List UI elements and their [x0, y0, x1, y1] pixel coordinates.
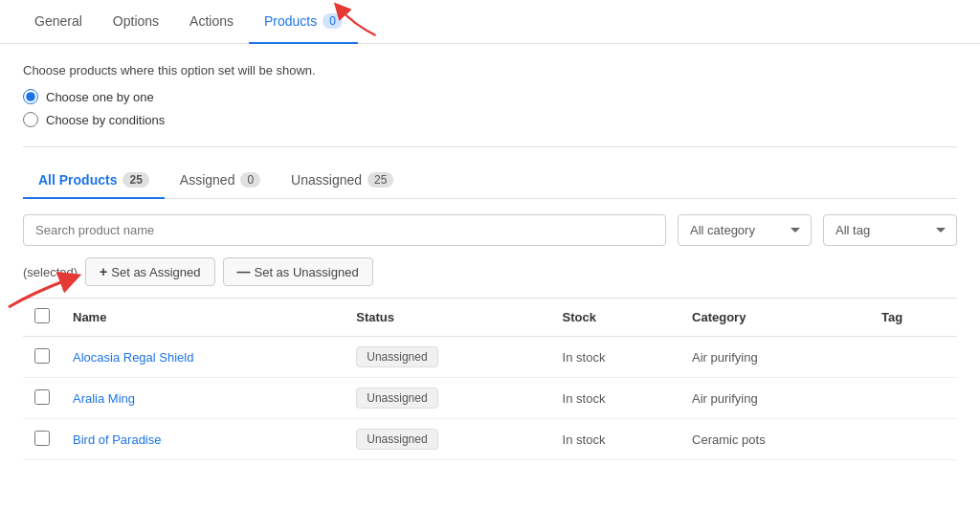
sub-tab-assigned[interactable]: Assigned 0	[165, 163, 276, 199]
sub-tab-bar: All Products 25 Assigned 0 Unassigned 25	[23, 163, 957, 199]
set-assigned-button[interactable]: + Set as Assigned	[85, 257, 214, 286]
sub-tab-unassigned[interactable]: Unassigned 25	[276, 163, 409, 199]
status-badge-0: Unassigned	[356, 346, 437, 367]
table-row: Aralia Ming Unassigned In stock Air puri…	[23, 378, 957, 419]
row-status-1: Unassigned	[345, 378, 550, 419]
sub-tab-unassigned-label: Unassigned	[291, 172, 362, 188]
row-tag-2	[870, 419, 957, 460]
radio-one-by-one[interactable]: Choose one by one	[23, 89, 957, 104]
row-name-1: Aralia Ming	[61, 378, 345, 419]
col-header-stock: Stock	[551, 299, 680, 337]
radio-group: Choose one by one Choose by conditions	[23, 89, 957, 127]
product-table: Name Status Stock Category Tag Alocasia …	[23, 298, 957, 460]
tab-actions[interactable]: Actions	[174, 0, 249, 44]
table-row: Alocasia Regal Shield Unassigned In stoc…	[23, 337, 957, 378]
tab-products-label: Products	[264, 13, 317, 29]
tab-actions-label: Actions	[189, 13, 234, 29]
row-tag-1	[870, 378, 957, 419]
tab-general[interactable]: General	[19, 0, 98, 44]
status-badge-2: Unassigned	[356, 429, 437, 450]
row-checkbox-cell	[23, 337, 61, 378]
sub-tab-assigned-badge: 0	[240, 172, 260, 188]
col-header-category: Category	[680, 299, 870, 337]
status-badge-1: Unassigned	[356, 388, 437, 409]
plus-icon: +	[100, 264, 107, 279]
radio-one-by-one-input[interactable]	[23, 89, 38, 104]
tab-products[interactable]: Products 0	[249, 0, 358, 44]
col-header-checkbox	[23, 299, 61, 337]
tag-dropdown[interactable]: All tag	[823, 214, 957, 246]
col-header-tag: Tag	[870, 299, 957, 337]
minus-icon: —	[237, 264, 251, 279]
row-checkbox-0[interactable]	[34, 348, 50, 364]
row-tag-0	[870, 337, 957, 378]
set-assigned-label: Set as Assigned	[111, 265, 200, 279]
sub-tab-all-label: All Products	[38, 172, 117, 188]
row-checkbox-2[interactable]	[34, 431, 50, 446]
sub-tab-assigned-label: Assigned	[180, 172, 235, 188]
radio-by-conditions-label: Choose by conditions	[46, 113, 165, 127]
sub-tab-unassigned-badge: 25	[368, 172, 393, 188]
top-tab-bar: General Options Actions Products 0	[0, 0, 980, 44]
radio-by-conditions-input[interactable]	[23, 112, 38, 127]
product-link-0[interactable]: Alocasia Regal Shield	[73, 350, 193, 365]
main-content: Choose products where this option set wi…	[0, 44, 980, 479]
tab-products-badge: 0	[323, 13, 343, 29]
row-name-2: Bird of Paradise	[61, 419, 345, 460]
row-checkbox-cell	[23, 419, 61, 460]
row-name-0: Alocasia Regal Shield	[61, 337, 345, 378]
tab-general-label: General	[34, 13, 82, 29]
tab-options-label: Options	[113, 13, 159, 29]
tab-options[interactable]: Options	[98, 0, 174, 44]
table-row: Bird of Paradise Unassigned In stock Cer…	[23, 419, 957, 460]
section-divider	[23, 146, 957, 147]
selected-label: (selected)	[23, 265, 78, 279]
row-category-1: Air purifying	[680, 378, 870, 419]
row-checkbox-1[interactable]	[34, 389, 50, 405]
row-checkbox-cell	[23, 378, 61, 419]
set-unassigned-button[interactable]: — Set as Unassigned	[223, 257, 373, 286]
row-status-2: Unassigned	[345, 419, 550, 460]
col-header-name: Name	[61, 299, 345, 337]
product-link-1[interactable]: Aralia Ming	[73, 391, 135, 406]
sub-tab-all-badge: 25	[122, 172, 148, 188]
category-dropdown[interactable]: All category Air purifying Ceramic pots	[678, 214, 812, 246]
table-header-row: Name Status Stock Category Tag	[23, 299, 957, 337]
row-status-0: Unassigned	[345, 337, 550, 378]
product-link-2[interactable]: Bird of Paradise	[73, 432, 162, 447]
sub-tab-all-products[interactable]: All Products 25	[23, 163, 165, 199]
filters-row: All category Air purifying Ceramic pots …	[23, 214, 957, 246]
row-stock-2: In stock	[551, 419, 680, 460]
section-description: Choose products where this option set wi…	[23, 63, 957, 78]
row-stock-1: In stock	[551, 378, 680, 419]
actions-row: (selected) + Set as Assigned — Set as Un…	[23, 257, 957, 286]
row-category-0: Air purifying	[680, 337, 870, 378]
set-unassigned-label: Set as Unassigned	[255, 265, 359, 279]
search-input[interactable]	[23, 214, 666, 246]
col-header-status: Status	[345, 299, 550, 337]
radio-one-by-one-label: Choose one by one	[46, 90, 154, 104]
row-stock-0: In stock	[551, 337, 680, 378]
row-category-2: Ceramic pots	[680, 419, 870, 460]
select-all-checkbox[interactable]	[34, 308, 50, 323]
radio-by-conditions[interactable]: Choose by conditions	[23, 112, 957, 127]
